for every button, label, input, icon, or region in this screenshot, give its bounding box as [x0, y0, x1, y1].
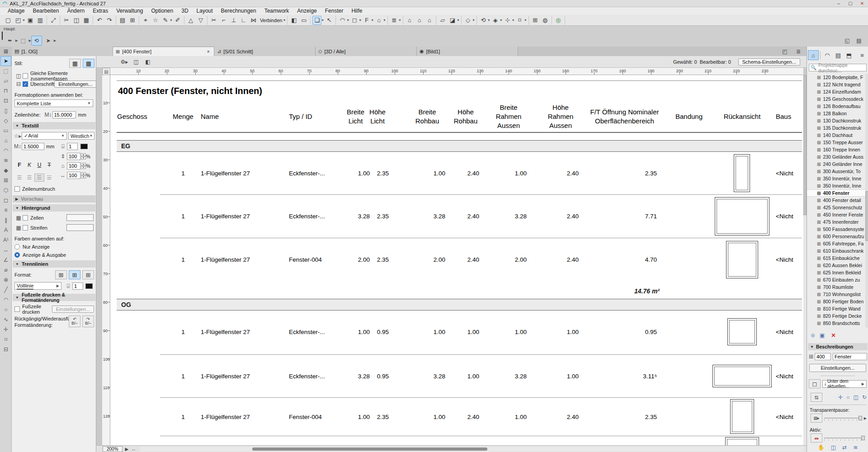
window-icon[interactable]: ⊡ — [0, 96, 11, 106]
menu-bearbeiten[interactable]: Bearbeiten — [28, 7, 63, 15]
schedule-list-item[interactable]: ⊞120 Bodenplatte, F — [807, 74, 865, 81]
schedule-list-item[interactable]: ⊞150 Treppe Ausser — [807, 139, 865, 146]
paste-icon[interactable]: ▦ — [82, 16, 91, 25]
select-arrow-icon[interactable]: ➤ — [0, 56, 11, 66]
schedule-list-item[interactable]: ⊞800 Fertiger Boden — [807, 298, 865, 305]
schedule-content[interactable]: 400 Fenster (Fenster, nicht Innen) Gesch… — [110, 75, 803, 445]
marquee-icon[interactable]: ⬚ — [0, 66, 11, 76]
vorschau-section-header[interactable]: ▶Vorschau — [13, 195, 95, 202]
placement-icon[interactable]: ◻ — [809, 379, 821, 388]
project-map-search[interactable]: 🔍 Projektmappe durchsuc... — [809, 64, 867, 71]
delete-item-icon[interactable]: ✕ — [831, 332, 835, 339]
spline-icon[interactable]: ∿ — [0, 315, 11, 325]
close-button[interactable]: ✕ — [856, 1, 868, 6]
story-up-icon[interactable]: ⌂ — [415, 16, 424, 25]
grid-icon[interactable]: ⊞ — [128, 16, 137, 25]
merge-cells-icon[interactable]: ◫ — [131, 57, 142, 67]
schedule-list-item[interactable]: ⊞605 Fahrtreppe, Fa — [807, 240, 865, 247]
separator-horizontal-button[interactable]: ⊞ — [69, 270, 80, 279]
menu-ablage[interactable]: Ablage — [4, 7, 28, 15]
label-tool-icon[interactable]: F — [362, 16, 371, 25]
heading-checkbox[interactable]: ✓ — [23, 81, 28, 87]
dimension-icon[interactable]: ⊞ — [531, 16, 540, 25]
schedule-list-item[interactable]: ⊞125 Geschossdeck — [807, 95, 865, 103]
window-tool-icon[interactable]: ◻ — [350, 16, 359, 25]
schedule-list-item[interactable]: ⊞700 Raumliste — [807, 283, 865, 291]
table-row[interactable]: 11-Flügelfenster 27Eckfenster-...1.002.3… — [110, 152, 803, 194]
cloud-folder-icon[interactable]: ◰ — [779, 47, 790, 56]
undo-icon[interactable]: ↶ — [95, 16, 104, 25]
layout-book-icon[interactable]: ▤ — [833, 50, 844, 60]
table-row[interactable]: 11-Flügelfenster 27Eckfenster-...1.000.9… — [110, 309, 803, 354]
roof-tool-icon-caret[interactable]: ▼ — [346, 19, 349, 22]
angle-dim-icon[interactable]: ∠ — [0, 255, 11, 265]
font-select[interactable]: ✓Arial▼ — [22, 132, 67, 140]
line-color-swatch[interactable] — [85, 283, 93, 289]
minimize-button[interactable]: – — [833, 1, 844, 6]
open-icon[interactable]: ◰ — [14, 16, 23, 25]
print-icon[interactable]: ▥ — [36, 16, 45, 25]
window-tool-icon-caret[interactable]: ▼ — [359, 19, 362, 22]
schedule-list-item[interactable]: ⊞425 Sonnenschutz — [807, 204, 865, 211]
orbit-tool-icon[interactable]: ⟲ — [31, 36, 42, 46]
align-right-button[interactable]: ☰ — [34, 174, 44, 182]
col-header-typ[interactable]: Typ / ID — [289, 101, 343, 132]
slab-plane-icon[interactable]: ▱ — [438, 16, 447, 25]
layers-icon[interactable]: ≣ — [390, 16, 399, 25]
menu-anzeige[interactable]: Anzeige — [293, 7, 321, 15]
radio-display-only[interactable] — [14, 244, 20, 250]
section-band-eg[interactable]: EG — [117, 140, 802, 152]
circle-icon[interactable]: ○ — [0, 305, 11, 315]
column-icon[interactable]: ▯ — [0, 106, 11, 116]
label-icon[interactable]: A¹ — [0, 235, 11, 245]
col-header-name[interactable]: Name — [201, 101, 287, 132]
zellen-checkbox[interactable] — [23, 215, 28, 221]
menu-fenster[interactable]: Fenster — [321, 7, 348, 15]
explore-icon[interactable]: ◈ — [491, 16, 500, 25]
copy-view-icon[interactable]: ⧅ — [811, 393, 822, 402]
panel-list-icon[interactable]: ▤ — [854, 36, 864, 46]
layers-stack-icon[interactable]: ≋ — [853, 444, 858, 451]
separator-all-button[interactable]: ⊞ — [82, 270, 94, 279]
schedule-list-item[interactable]: ⊞140 Dachhaut — [807, 132, 865, 139]
style-compact-button[interactable]: ▦ — [69, 59, 81, 68]
col-header-bandung[interactable]: Bandung — [666, 101, 712, 132]
radio-display-output[interactable] — [14, 252, 20, 258]
schedule-list-item[interactable]: ⊞600 Personenaufzu — [807, 233, 865, 240]
arc-icon[interactable]: ◠ — [0, 295, 11, 305]
duplicate-view-icon[interactable]: ◫ — [854, 394, 859, 400]
level-up-icon[interactable]: △ — [186, 16, 195, 25]
menu-teamwork[interactable]: Teamwork — [260, 7, 293, 15]
object-tool-icon-caret[interactable]: ▼ — [383, 19, 386, 22]
schedule-list-item[interactable]: ⊞240 Geländer Inne — [807, 160, 865, 168]
fit-width-icon[interactable]: ↔ — [131, 447, 136, 452]
lasso-icon[interactable]: ○ — [846, 394, 849, 400]
wrap-checkbox[interactable] — [14, 186, 20, 192]
tab-bild1[interactable]: ◉[Bild1] — [417, 47, 518, 56]
move-icon[interactable]: ✛ — [838, 394, 843, 400]
copy-icon[interactable]: ◫ — [72, 16, 81, 25]
shell-icon[interactable]: ◠ — [0, 146, 11, 155]
trennlinien-section-header[interactable]: ▼Trennlinien — [13, 260, 95, 268]
schedule-settings-gear-icon[interactable]: ⚙▸ — [119, 57, 130, 67]
view-map-icon[interactable]: ◠ — [822, 50, 833, 60]
char-spacing-stepper[interactable]: ▲▼ — [81, 172, 86, 179]
ruler-options-icon[interactable]: ▤ — [102, 68, 110, 75]
angle-icon[interactable]: ∟ — [239, 16, 248, 25]
mesh-icon[interactable]: ≋ — [0, 155, 11, 165]
project-map-icon[interactable]: ⌂ — [808, 50, 819, 60]
schedule-list-item[interactable]: ⊞610 Einbauschrank — [807, 247, 865, 254]
slider-expand-icon[interactable]: ▶ — [864, 416, 867, 420]
schedule-list-item[interactable]: ⊞810 Fertige Wand — [807, 305, 865, 312]
dimension-tool-icon[interactable]: ↔ — [0, 245, 11, 255]
zone-icon[interactable]: ⬡ — [0, 185, 11, 195]
text-icon[interactable]: A — [0, 225, 11, 235]
table-row[interactable]: 11-Flügelfenster 27Eckfenster-...3.280.9… — [110, 354, 803, 397]
char-width-stepper[interactable]: ▲▼ — [81, 163, 86, 169]
char-width-input[interactable] — [67, 162, 80, 170]
tab-close-icon[interactable]: × — [206, 49, 211, 54]
tab-3dalle[interactable]: ◇[3D / Alle] — [316, 47, 417, 56]
pan-hand-icon[interactable]: ✋ — [818, 444, 825, 451]
schema-settings-button[interactable]: Schema-Einstellungen... — [738, 58, 800, 66]
menu-3d[interactable]: 3D — [177, 7, 192, 15]
